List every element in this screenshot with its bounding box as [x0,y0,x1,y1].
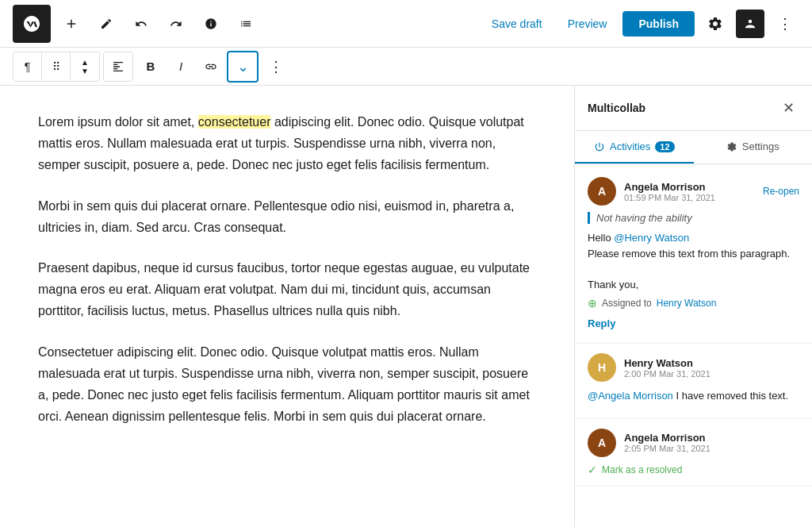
mention-henry: @Henry Watson [614,232,689,244]
dropdown-button-group: ⌄ [227,51,259,83]
tab-settings-label: Settings [742,140,779,152]
user-name-angela: Angela Morrison [624,181,715,193]
svg-point-0 [749,19,753,23]
user-details: Angela Morrison 01:59 PM Mar 31, 2021 [624,181,715,202]
henry-reply: H Henry Watson 2:00 PM Mar 31, 2021 @Ang… [575,344,812,419]
dropdown-button[interactable]: ⌄ [228,52,257,81]
comment-time-1: 01:59 PM Mar 31, 2021 [624,193,715,202]
comment-body-start: Hello [588,232,614,244]
main-comment-thread: A Angela Morrison 01:59 PM Mar 31, 2021 … [575,164,812,344]
reopen-button[interactable]: Re-open [763,186,799,197]
henry-reply-time: 2:00 PM Mar 31, 2021 [624,369,710,379]
link-button[interactable] [197,52,225,81]
bold-button[interactable]: B [136,52,165,81]
editor-area[interactable]: Lorem ipsum dolor sit amet, consectetuer… [0,86,574,527]
angela2-user-info: A Angela Morrison 2:05 PM Mar 31, 2021 [588,429,710,457]
angela2-details: Angela Morrison 2:05 PM Mar 31, 2021 [624,432,710,453]
more-options-button[interactable]: ⋮ [771,10,799,38]
top-toolbar: Save draft Preview Publish ⋮ [0,0,812,48]
pencil-button[interactable] [92,10,121,38]
avatar-henry: H [588,353,616,382]
paragraph-3: Praesent dapibus, neque id cursus faucib… [38,257,536,322]
angela2-header: A Angela Morrison 2:05 PM Mar 31, 2021 [588,429,799,457]
mark-resolved-label: Mark as a resolved [602,464,682,475]
sidebar-tabs: Activities 12 Settings [575,131,812,164]
alignment-group [103,52,133,82]
block-type-group: ¶ ⠿ ▲▼ [13,52,100,82]
paragraph-type-button[interactable]: ¶ [13,52,42,81]
assigned-user: Henry Watson [657,298,717,309]
redo-button[interactable] [162,10,190,38]
paragraph-4: Consectetuer adipiscing elit. Donec odio… [38,341,536,428]
henry-user-info: H Henry Watson 2:00 PM Mar 31, 2021 [588,353,710,382]
comment-body-mid: Please remove this text from this paragr… [588,248,790,290]
publish-button[interactable]: Publish [622,11,695,37]
format-group: B I ⌄ [136,51,259,83]
multicollab-button[interactable] [736,10,764,38]
angela2-time: 2:05 PM Mar 31, 2021 [624,444,710,453]
list-view-button[interactable] [232,10,260,38]
comment-body: Hello @Henry Watson Please remove this t… [588,230,799,292]
assigned-row: ⊕ Assigned to Henry Watson [588,297,799,310]
comment-title: Not having the ability [588,212,799,224]
highlighted-word: consectetuer [198,115,271,129]
save-draft-button[interactable]: Save draft [482,13,552,35]
paragraph-1-start: Lorem ipsum dolor sit amet, [38,115,198,129]
wordpress-logo[interactable] [13,5,51,43]
info-button[interactable] [197,10,225,38]
paragraph-1: Lorem ipsum dolor sit amet, consectetuer… [38,111,536,176]
sidebar-header: Multicollab ✕ [575,86,812,131]
block-toolbar: ¶ ⠿ ▲▼ B I ⌄ ⋮ [0,48,812,86]
sidebar-content: A Angela Morrison 01:59 PM Mar 31, 2021 … [575,164,812,527]
comment-user-info: A Angela Morrison 01:59 PM Mar 31, 2021 [588,177,715,206]
user-name-angela2: Angela Morrison [624,432,710,444]
sidebar: Multicollab ✕ Activities 12 Settings A [574,86,812,527]
assign-icon: ⊕ [588,297,597,310]
angela-reply2: A Angela Morrison 2:05 PM Mar 31, 2021 ✓… [575,419,812,487]
tab-settings[interactable]: Settings [694,131,813,163]
assigned-label: Assigned to [602,298,652,309]
mention-angela: @Angela Morrison [588,390,673,402]
henry-reply-body: @Angela Morrison I have removed this tex… [588,388,799,404]
avatar-angela: A [588,177,616,206]
settings-button[interactable] [701,10,730,38]
user-name-henry: Henry Watson [624,357,710,369]
resolve-icon: ✓ [588,464,597,476]
tab-activities-label: Activities [610,140,650,152]
preview-button[interactable]: Preview [558,13,617,35]
henry-comment-header: H Henry Watson 2:00 PM Mar 31, 2021 [588,353,799,382]
avatar-angela2: A [588,429,616,457]
activities-badge: 12 [655,141,674,152]
close-sidebar-button[interactable]: ✕ [777,97,799,119]
move-up-down-button[interactable]: ▲▼ [71,52,99,81]
italic-button[interactable]: I [167,52,195,81]
reply-button[interactable]: Reply [588,317,615,329]
sidebar-title: Multicollab [588,102,645,114]
main-area: Lorem ipsum dolor sit amet, consectetuer… [0,86,812,527]
undo-button[interactable] [127,10,155,38]
mark-resolved-row: ✓ Mark as a resolved [588,464,799,476]
paragraph-2: Morbi in sem quis dui placerat ornare. P… [38,195,536,238]
comment-header: A Angela Morrison 01:59 PM Mar 31, 2021 … [588,177,799,206]
drag-handle-button[interactable]: ⠿ [42,52,71,81]
align-button[interactable] [104,52,132,81]
block-more-options-button[interactable]: ⋮ [262,52,290,81]
tab-activities[interactable]: Activities 12 [575,131,694,163]
henry-details: Henry Watson 2:00 PM Mar 31, 2021 [624,357,710,379]
henry-reply-text: I have removed this text. [673,390,788,402]
add-block-button[interactable] [57,10,86,38]
